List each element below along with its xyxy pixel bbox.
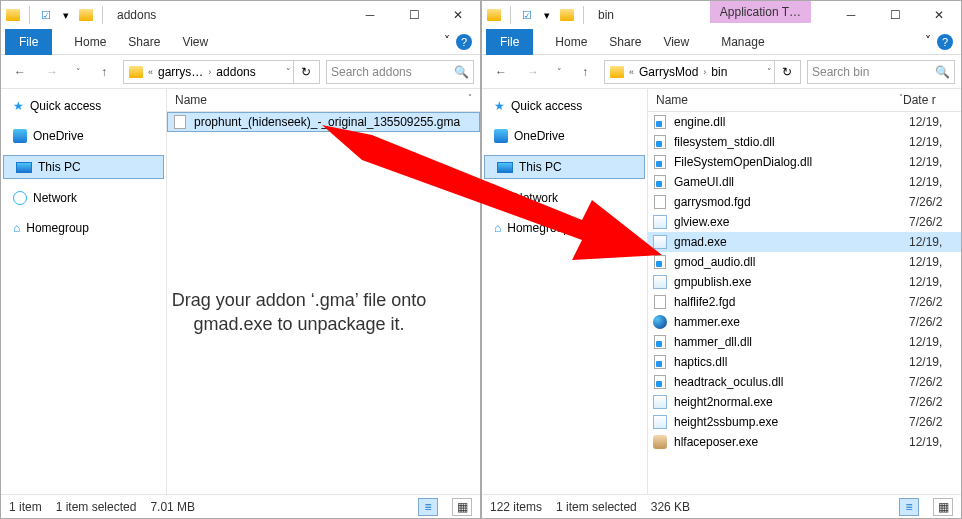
file-date: 12/19,: [909, 115, 953, 129]
maximize-button[interactable]: ☐: [392, 1, 436, 29]
file-name: headtrack_oculus.dll: [674, 375, 903, 389]
forward-button[interactable]: →: [39, 59, 65, 85]
file-row[interactable]: GameUI.dll12/19,: [648, 172, 961, 192]
file-row[interactable]: prophunt_(hidenseek)_-_original_13550925…: [167, 112, 480, 132]
icons-view-icon[interactable]: ▦: [452, 498, 472, 516]
nav-network[interactable]: Network: [482, 187, 647, 209]
nav-onedrive[interactable]: OneDrive: [482, 125, 647, 147]
details-view-icon[interactable]: ≡: [418, 498, 438, 516]
breadcrumb[interactable]: garrys…: [155, 65, 206, 79]
icons-view-icon[interactable]: ▦: [933, 498, 953, 516]
view-tab[interactable]: View: [182, 35, 208, 49]
home-tab[interactable]: Home: [74, 35, 106, 49]
forward-button[interactable]: →: [520, 59, 546, 85]
minimize-button[interactable]: ─: [829, 1, 873, 29]
minimize-button[interactable]: ─: [348, 1, 392, 29]
file-date: 12/19,: [909, 135, 953, 149]
nav-this-pc[interactable]: This PC: [3, 155, 164, 179]
qat-dropdown-icon[interactable]: ▾: [539, 7, 555, 23]
refresh-button[interactable]: ↻: [293, 61, 317, 83]
nav-homegroup[interactable]: ⌂Homegroup: [1, 217, 166, 239]
file-icon: [172, 114, 188, 130]
column-date[interactable]: Date r: [903, 93, 953, 107]
expand-ribbon-icon[interactable]: ˅: [925, 34, 931, 50]
file-tab[interactable]: File: [5, 29, 52, 55]
file-date: 12/19,: [909, 355, 953, 369]
file-row[interactable]: headtrack_oculus.dll7/26/2: [648, 372, 961, 392]
nav-network[interactable]: Network: [1, 187, 166, 209]
maximize-button[interactable]: ☐: [873, 1, 917, 29]
search-input[interactable]: Search bin 🔍: [807, 60, 955, 84]
view-tab[interactable]: View: [663, 35, 689, 49]
address-bar[interactable]: « GarrysMod › bin ˅ ↻: [604, 60, 801, 84]
back-button[interactable]: ←: [488, 59, 514, 85]
share-tab[interactable]: Share: [609, 35, 641, 49]
refresh-button[interactable]: ↻: [774, 61, 798, 83]
file-row[interactable]: hlfaceposer.exe12/19,: [648, 432, 961, 452]
manage-tab[interactable]: Manage: [721, 35, 764, 49]
file-row[interactable]: hammer_dll.dll12/19,: [648, 332, 961, 352]
file-row[interactable]: hammer.exe7/26/2: [648, 312, 961, 332]
breadcrumb[interactable]: bin: [708, 65, 730, 79]
file-row[interactable]: haptics.dll12/19,: [648, 352, 961, 372]
file-row[interactable]: gmod_audio.dll12/19,: [648, 252, 961, 272]
nav-homegroup[interactable]: ⌂Homegroup: [482, 217, 647, 239]
column-name[interactable]: Name: [175, 93, 388, 107]
address-bar[interactable]: « garrys… › addons ˅ ↻: [123, 60, 320, 84]
breadcrumb[interactable]: GarrysMod: [636, 65, 701, 79]
file-row[interactable]: height2normal.exe7/26/2: [648, 392, 961, 412]
titlebar: ☑ ▾ addons ─ ☐ ✕: [1, 1, 480, 29]
up-button[interactable]: ↑: [91, 59, 117, 85]
close-button[interactable]: ✕: [436, 1, 480, 29]
help-icon[interactable]: ?: [456, 34, 472, 50]
file-row[interactable]: filesystem_stdio.dll12/19,: [648, 132, 961, 152]
properties-icon[interactable]: ☑: [519, 7, 535, 23]
status-count: 1 item: [9, 500, 42, 514]
file-row[interactable]: FileSystemOpenDialog.dll12/19,: [648, 152, 961, 172]
back-button[interactable]: ←: [7, 59, 33, 85]
details-view-icon[interactable]: ≡: [899, 498, 919, 516]
nav-onedrive[interactable]: OneDrive: [1, 125, 166, 147]
recent-dropdown-icon[interactable]: ˅: [552, 59, 566, 85]
chevron-right-icon[interactable]: ›: [703, 67, 706, 77]
file-icon: [652, 154, 668, 170]
file-icon: [652, 194, 668, 210]
properties-icon[interactable]: ☑: [38, 7, 54, 23]
file-row[interactable]: engine.dll12/19,: [648, 112, 961, 132]
chevron-right-icon[interactable]: ›: [208, 67, 211, 77]
search-input[interactable]: Search addons 🔍: [326, 60, 474, 84]
breadcrumb[interactable]: addons: [213, 65, 258, 79]
help-icon[interactable]: ?: [937, 34, 953, 50]
file-row[interactable]: gmpublish.exe12/19,: [648, 272, 961, 292]
file-row[interactable]: garrysmod.fgd7/26/2: [648, 192, 961, 212]
column-name[interactable]: Name: [656, 93, 819, 107]
close-button[interactable]: ✕: [917, 1, 961, 29]
column-headers[interactable]: Name ˄ Date r: [648, 89, 961, 112]
annotation-caption: Drag your addon ‘.gma’ file onto gmad.ex…: [134, 288, 464, 337]
nav-quick-access[interactable]: ★Quick access: [1, 95, 166, 117]
history-dropdown-icon[interactable]: ˅: [767, 67, 772, 77]
up-button[interactable]: ↑: [572, 59, 598, 85]
file-row[interactable]: gmad.exe12/19,: [648, 232, 961, 252]
column-headers[interactable]: Name ˄: [167, 89, 480, 112]
file-row[interactable]: halflife2.fgd7/26/2: [648, 292, 961, 312]
qat-dropdown-icon[interactable]: ▾: [58, 7, 74, 23]
file-name: prophunt_(hidenseek)_-_original_13550925…: [194, 115, 471, 129]
file-icon: [652, 274, 668, 290]
home-tab[interactable]: Home: [555, 35, 587, 49]
context-tab[interactable]: Application T…: [710, 1, 811, 23]
file-name: garrysmod.fgd: [674, 195, 903, 209]
recent-dropdown-icon[interactable]: ˅: [71, 59, 85, 85]
file-row[interactable]: glview.exe7/26/2: [648, 212, 961, 232]
nav-this-pc[interactable]: This PC: [484, 155, 645, 179]
file-date: 7/26/2: [909, 415, 953, 429]
window-title: addons: [117, 8, 156, 22]
chevron-double-icon[interactable]: «: [629, 67, 634, 77]
nav-quick-access[interactable]: ★Quick access: [482, 95, 647, 117]
history-dropdown-icon[interactable]: ˅: [286, 67, 291, 77]
file-row[interactable]: height2ssbump.exe7/26/2: [648, 412, 961, 432]
file-tab[interactable]: File: [486, 29, 533, 55]
expand-ribbon-icon[interactable]: ˅: [444, 34, 450, 50]
chevron-double-icon[interactable]: «: [148, 67, 153, 77]
share-tab[interactable]: Share: [128, 35, 160, 49]
